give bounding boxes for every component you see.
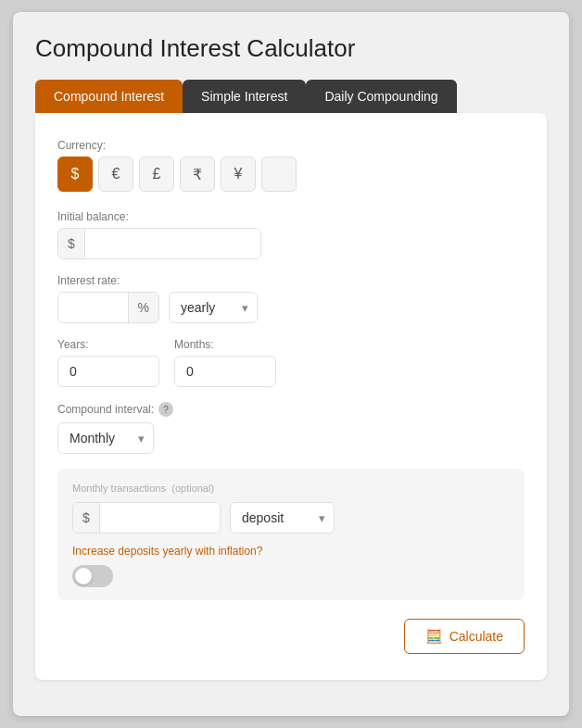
currency-group: Currency: $ € £ ₹ ¥ [57,139,525,192]
months-group: Months: [174,338,276,387]
page-title: Compound Interest Calculator [35,34,547,63]
trans-prefix: $ [73,503,100,533]
form-card: Currency: $ € £ ₹ ¥ Initial balance: $ I… [35,113,547,680]
currency-btn-inr[interactable]: ₹ [180,157,215,192]
page-container: Compound Interest Calculator Compound In… [13,12,569,716]
compound-interval-section: Compound interval: ? Daily Weekly Monthl… [57,402,525,454]
monthly-transactions-label: Monthly transactions (optional) [72,482,510,495]
compound-interval-label: Compound interval: [57,403,154,416]
calculate-label: Calculate [449,629,503,644]
months-label: Months: [174,338,276,351]
rate-period-select-wrap: yearly monthly [169,292,258,323]
calculator-icon: 🧮 [425,628,443,645]
interest-rate-input[interactable] [58,293,128,322]
currency-btn-other[interactable] [261,157,297,192]
interest-rate-row: % yearly monthly [57,292,525,323]
currency-label: Currency: [57,139,525,152]
toggle-track [72,565,113,587]
inflation-section: Increase deposits yearly with inflation? [72,533,510,587]
interest-input-wrap: % [57,292,159,323]
inflation-label: Increase deposits yearly with inflation? [72,545,510,558]
tab-bar: Compound Interest Simple Interest Daily … [35,80,547,113]
currency-btn-usd[interactable]: $ [57,157,93,192]
transaction-type-select[interactable]: deposit withdrawal [230,502,335,533]
transaction-type-select-wrap: deposit withdrawal [230,502,335,533]
tab-simple[interactable]: Simple Interest [183,80,306,113]
currency-btn-eur[interactable]: € [98,157,133,192]
currency-btn-gbp[interactable]: £ [139,157,174,192]
years-months-row: Years: Months: [57,338,525,387]
calculate-row: 🧮 Calculate [57,619,525,654]
initial-balance-input-wrap: $ [57,228,261,259]
interest-rate-group: Interest rate: % yearly monthly [57,274,525,323]
interest-rate-suffix: % [128,293,158,322]
years-group: Years: [57,338,159,387]
trans-input-wrap: $ [72,502,221,533]
transactions-input-row: $ deposit withdrawal [72,502,510,533]
years-input[interactable] [57,356,159,387]
initial-balance-prefix: $ [58,229,85,258]
toggle-thumb [75,568,92,584]
monthly-transactions-section: Monthly transactions (optional) $ deposi… [57,469,525,600]
tab-daily[interactable]: Daily Compounding [306,80,456,113]
inflation-toggle[interactable] [72,565,113,587]
initial-balance-label: Initial balance: [57,210,525,223]
monthly-transactions-input[interactable] [100,503,221,533]
tab-compound[interactable]: Compound Interest [35,80,183,113]
help-icon[interactable]: ? [158,402,173,417]
years-label: Years: [57,338,159,351]
compound-interval-select-wrap: Daily Weekly Monthly Quarterly Annually [57,422,154,454]
calculate-button[interactable]: 🧮 Calculate [404,619,525,654]
months-input[interactable] [174,356,276,387]
compound-label-row: Compound interval: ? [57,402,525,417]
initial-balance-group: Initial balance: $ [57,210,525,259]
currency-btn-jpy[interactable]: ¥ [221,157,256,192]
interest-rate-label: Interest rate: [57,274,525,287]
rate-period-select[interactable]: yearly monthly [169,292,258,323]
compound-interval-select[interactable]: Daily Weekly Monthly Quarterly Annually [57,422,154,454]
initial-balance-input[interactable] [85,229,261,258]
toggle-wrap [72,565,510,587]
currency-row: $ € £ ₹ ¥ [57,157,525,192]
